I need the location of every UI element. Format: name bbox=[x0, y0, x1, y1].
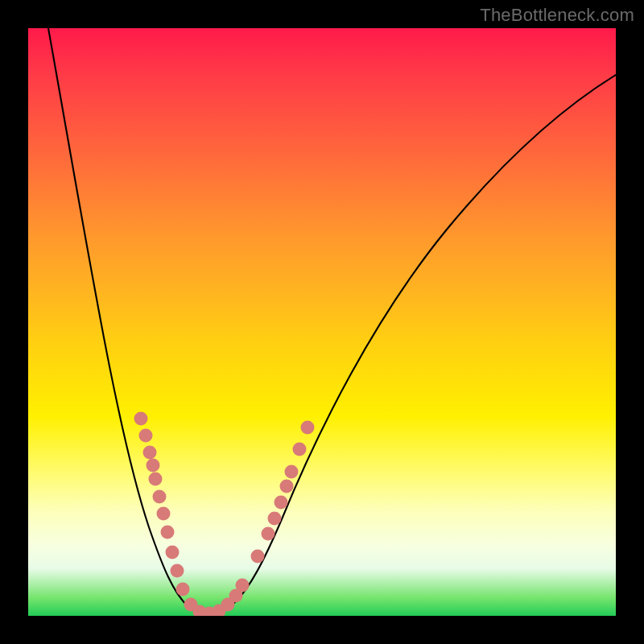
watermark-text: TheBottleneck.com bbox=[480, 5, 634, 26]
marker-group bbox=[134, 412, 315, 617]
marker-dot bbox=[176, 583, 190, 597]
marker-dot bbox=[139, 429, 153, 443]
marker-dot bbox=[275, 496, 288, 510]
marker-dot bbox=[280, 480, 294, 493]
marker-dot bbox=[147, 459, 160, 473]
marker-dot bbox=[171, 564, 184, 578]
marker-dot bbox=[153, 490, 167, 504]
marker-dot bbox=[293, 443, 307, 456]
marker-dot bbox=[285, 465, 299, 479]
chart-stage: TheBottleneck.com bbox=[0, 0, 644, 644]
marker-dot bbox=[262, 527, 275, 541]
marker-dot bbox=[268, 512, 282, 526]
marker-dot bbox=[134, 412, 148, 426]
marker-dot bbox=[236, 579, 250, 592]
marker-dot bbox=[301, 421, 315, 435]
marker-dot bbox=[149, 473, 163, 486]
marker-dot bbox=[166, 546, 180, 559]
marker-dot bbox=[143, 446, 157, 460]
plot-area bbox=[28, 28, 617, 616]
marker-dot bbox=[157, 507, 171, 521]
curve-layer bbox=[28, 28, 616, 616]
bottleneck-curve bbox=[48, 28, 616, 613]
marker-dot bbox=[161, 526, 175, 539]
marker-dot bbox=[251, 550, 265, 564]
